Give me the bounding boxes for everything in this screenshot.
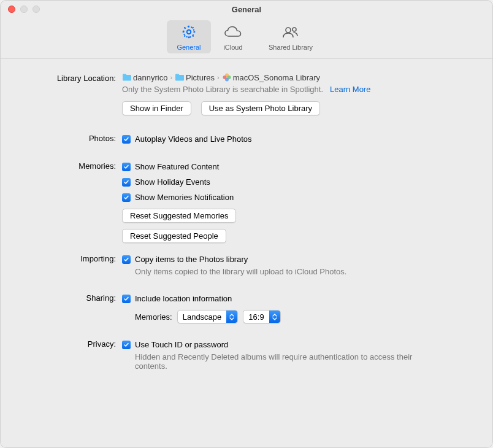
show-featured-label: Show Featured Content	[135, 162, 219, 171]
aspect-select[interactable]: 16:9	[243, 310, 280, 323]
orientation-value: Landscape	[178, 312, 227, 322]
show-notification-checkbox[interactable]	[122, 193, 131, 202]
toolbar: General iCloud Shared Library	[1, 18, 492, 59]
autoplay-checkbox[interactable]	[122, 135, 131, 144]
use-as-system-library-button[interactable]: Use as System Photo Library	[201, 101, 320, 115]
library-path-breadcrumb[interactable]: dannyrico › Pictures ›	[122, 72, 468, 82]
chevron-icon: ›	[216, 74, 221, 81]
importing-label: Importing:	[25, 253, 122, 263]
library-caption: Only the System Photo Library is searcha…	[122, 85, 323, 94]
show-holiday-checkbox[interactable]	[122, 178, 131, 187]
show-holiday-label: Show Holiday Events	[135, 177, 210, 187]
memories-label: Memories:	[25, 160, 122, 171]
privacy-label: Privacy:	[25, 338, 122, 349]
privacy-caption: Hidden and Recently Deleted albums will …	[135, 352, 423, 371]
window-title: General	[1, 5, 492, 14]
copy-items-label: Copy items to the Photos library	[135, 255, 248, 264]
include-location-label: Include location information	[135, 294, 232, 303]
reset-people-button[interactable]: Reset Suggested People	[122, 229, 226, 243]
select-arrows-icon	[269, 311, 280, 323]
svg-point-7	[223, 75, 226, 79]
path-part-2: Pictures	[186, 73, 215, 82]
photos-label: Photos:	[25, 133, 122, 143]
tab-icloud[interactable]: iCloud	[211, 20, 255, 53]
path-part-3: macOS_Sonoma Library	[233, 73, 320, 82]
autoplay-label: Autoplay Videos and Live Photos	[135, 134, 252, 144]
reset-memories-button[interactable]: Reset Suggested Memories	[122, 209, 236, 223]
tab-shared-library[interactable]: Shared Library	[255, 20, 326, 53]
svg-point-3	[292, 28, 296, 31]
chevron-icon: ›	[169, 74, 174, 81]
library-location-label: Library Location:	[25, 72, 122, 83]
sharing-label: Sharing:	[25, 292, 122, 303]
show-featured-checkbox[interactable]	[122, 163, 131, 171]
svg-point-2	[286, 28, 291, 33]
gear-icon	[181, 24, 197, 42]
select-arrows-icon	[226, 311, 237, 323]
orientation-select[interactable]: Landscape	[177, 310, 239, 323]
folder-icon	[122, 72, 132, 82]
tab-icloud-label: iCloud	[223, 44, 242, 51]
tab-shared-library-label: Shared Library	[269, 44, 313, 51]
titlebar: General	[1, 1, 492, 18]
photos-library-icon	[222, 72, 232, 82]
cloud-icon	[224, 24, 242, 42]
tab-general-label: General	[177, 44, 201, 51]
settings-window: General General iCloud	[0, 0, 493, 448]
include-location-checkbox[interactable]	[122, 295, 131, 303]
aspect-value: 16:9	[243, 312, 269, 322]
path-part-1: dannyrico	[133, 73, 167, 82]
content: Library Location: dannyrico › Pictures ›	[1, 59, 492, 447]
touchid-label: Use Touch ID or password	[135, 340, 228, 349]
svg-point-0	[187, 30, 191, 34]
learn-more-link[interactable]: Learn More	[330, 85, 370, 94]
folder-icon	[175, 72, 185, 82]
show-notification-label: Show Memories Notification	[135, 193, 234, 202]
importing-caption: Only items copied to the library will up…	[135, 267, 468, 276]
memories-inline-label: Memories:	[135, 312, 172, 322]
copy-items-checkbox[interactable]	[122, 255, 131, 264]
people-icon	[281, 24, 300, 42]
tab-general[interactable]: General	[167, 20, 211, 53]
touchid-checkbox[interactable]	[122, 341, 131, 349]
show-in-finder-button[interactable]: Show in Finder	[122, 101, 191, 115]
